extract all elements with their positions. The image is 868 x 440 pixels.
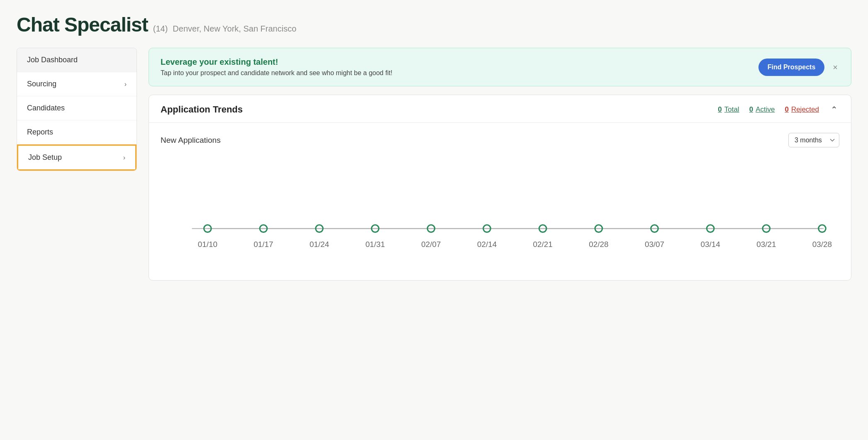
banner-title: Leverage your existing talent! [161,57,393,67]
sidebar-item-label: Job Dashboard [27,56,78,64]
stat-total[interactable]: 0 Total [718,105,739,114]
main-content: Job Dashboard Sourcing › Candidates Repo… [17,48,851,281]
job-locations: Denver, New York, San Francisco [173,24,296,34]
sidebar: Job Dashboard Sourcing › Candidates Repo… [17,48,137,171]
chart-area: New Applications 3 months 6 months 12 mo… [149,123,851,280]
trends-header: Application Trends 0 Total 0 Active 0 Re [149,95,851,123]
svg-text:01/17: 01/17 [254,240,273,249]
talent-banner: Leverage your existing talent! Tap into … [149,48,851,86]
sidebar-item-label: Job Setup [28,153,62,162]
page-title: Chat Specalist [17,13,148,36]
svg-text:01/10: 01/10 [198,240,217,249]
trends-title: Application Trends [161,104,243,115]
sidebar-item-candidates[interactable]: Candidates [17,96,137,120]
collapse-button[interactable]: ⌃ [829,105,839,115]
svg-text:02/21: 02/21 [533,240,553,249]
banner-actions: Find Prospects × [758,59,839,76]
rejected-value: 0 [785,105,788,114]
active-label: Active [756,105,775,114]
sidebar-item-sourcing[interactable]: Sourcing › [17,72,137,96]
svg-text:03/14: 03/14 [701,240,720,249]
find-prospects-button[interactable]: Find Prospects [758,59,825,76]
job-count: (14) [153,24,168,34]
active-value: 0 [749,105,753,114]
total-label: Total [724,105,739,114]
stat-active[interactable]: 0 Active [749,105,775,114]
sidebar-item-label: Sourcing [27,80,56,88]
sidebar-item-label: Candidates [27,104,65,112]
chart-header: New Applications 3 months 6 months 12 mo… [161,133,839,147]
right-panel: Leverage your existing talent! Tap into … [149,48,851,281]
trends-stats: 0 Total 0 Active 0 Rejected ⌃ [718,105,839,115]
line-chart: 01/10 01/17 01/24 01/31 02/07 02/14 02/2… [161,161,839,267]
sidebar-item-job-setup[interactable]: Job Setup › [17,144,137,171]
svg-text:02/07: 02/07 [421,240,441,249]
svg-text:03/21: 03/21 [756,240,776,249]
months-select[interactable]: 3 months 6 months 12 months [788,133,839,147]
svg-text:03/28: 03/28 [812,240,832,249]
svg-text:02/28: 02/28 [589,240,608,249]
application-trends-card: Application Trends 0 Total 0 Active 0 Re [149,95,851,281]
banner-content: Leverage your existing talent! Tap into … [161,57,393,77]
rejected-label: Rejected [791,105,819,114]
total-value: 0 [718,105,722,114]
chevron-right-icon: › [123,154,125,161]
sidebar-item-reports[interactable]: Reports [17,120,137,144]
page-header: Chat Specalist (14) Denver, New York, Sa… [17,13,851,36]
svg-text:02/14: 02/14 [477,240,497,249]
chart-svg: 01/10 01/17 01/24 01/31 02/07 02/14 02/2… [161,161,839,265]
chevron-right-icon: › [124,81,127,88]
stat-rejected[interactable]: 0 Rejected [785,105,819,114]
chart-label: New Applications [161,136,221,145]
sidebar-item-label: Reports [27,128,53,137]
sidebar-item-job-dashboard[interactable]: Job Dashboard [17,48,137,72]
svg-text:01/24: 01/24 [310,240,329,249]
banner-close-button[interactable]: × [831,63,839,71]
banner-subtitle: Tap into your prospect and candidate net… [161,69,393,77]
svg-text:01/31: 01/31 [366,240,385,249]
svg-text:03/07: 03/07 [645,240,664,249]
